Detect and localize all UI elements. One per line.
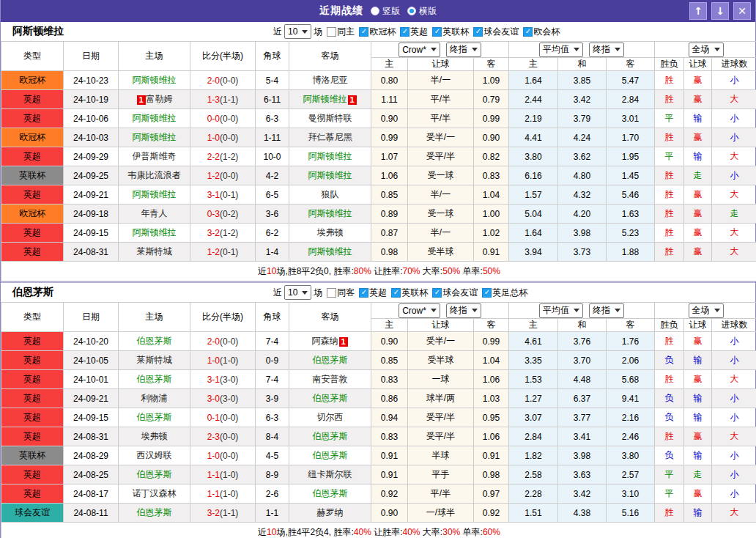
header-score: 比分(半场) — [190, 42, 256, 71]
odds-home: 0.94 — [371, 408, 408, 427]
goals-result-cell: 小 — [712, 408, 756, 427]
away-team-name: 伯恩茅斯 — [313, 355, 348, 365]
final-odds-select[interactable]: 终指 — [589, 43, 624, 57]
match-row: 英超24-09-15伯恩茅斯0-1(0-0)6-3切尔西0.94受平/半0.95… — [1, 408, 756, 427]
corners-cell: 1-11 — [256, 128, 289, 147]
checked-checkbox-icon: ✓ — [432, 288, 442, 298]
odds-handicap: 受平/半 — [408, 408, 474, 427]
select-value: Crow* — [402, 45, 426, 55]
score-cell: 1-0(1-0) — [190, 351, 256, 370]
league-filter-checkbox[interactable]: ✓英足总杯 — [482, 287, 527, 299]
league-filter-checkbox[interactable]: ✓英联杯 — [391, 287, 428, 299]
avg-home: 4.61 — [509, 332, 558, 351]
summary-value: 80% — [354, 266, 371, 276]
corners-cell: 6-3 — [256, 109, 289, 128]
same-venue-checkbox[interactable]: 同主 — [327, 26, 355, 38]
scope-select[interactable]: 全场 — [689, 303, 724, 318]
half-time-score: (0-0) — [220, 336, 238, 347]
caret-down-icon — [714, 48, 720, 51]
vertical-layout-radio[interactable]: 竖版 — [371, 5, 400, 18]
header-average-col: 和 — [558, 58, 607, 71]
unchecked-checkbox-icon — [327, 27, 336, 37]
move-down-button[interactable]: ↓ — [711, 2, 729, 20]
result-cell: 胜 — [655, 128, 684, 147]
final-odds-select[interactable]: 终指 — [446, 43, 481, 57]
score-cell: 1-2(0-0) — [190, 166, 256, 185]
horizontal-layout-radio[interactable]: 横版 — [407, 5, 437, 18]
radio-checked-icon — [407, 7, 416, 15]
league-filter-checkbox[interactable]: ✓球会友谊 — [473, 26, 519, 38]
select-value: 终指 — [450, 304, 467, 317]
final-odds-select[interactable]: 终指 — [589, 303, 624, 318]
header-result-col: 让球 — [684, 319, 712, 332]
odds-home: 0.91 — [371, 465, 408, 484]
home-team-cell: 埃弗顿 — [119, 427, 190, 446]
league-filter-checkbox[interactable]: ✓英超 — [400, 26, 428, 38]
average-select[interactable]: 平均值 — [539, 303, 583, 318]
score-cell: 1-3(1-1) — [190, 90, 256, 109]
full-time-score: 3-1 — [207, 190, 220, 200]
close-button[interactable]: ✕ — [733, 2, 751, 20]
avg-draw: 3.73 — [558, 243, 607, 262]
bookmaker-select[interactable]: Crow* — [399, 303, 440, 318]
full-time-score: 0-0 — [207, 114, 220, 124]
scope-select[interactable]: 全场 — [689, 43, 724, 57]
checkbox-label: 球会友谊 — [442, 287, 478, 299]
avg-home: 1.64 — [509, 224, 558, 243]
bookmaker-select[interactable]: Crow* — [399, 43, 440, 57]
match-row: 英超24-10-20伯恩茅斯2-0(0-0)7-4阿森纳10.90受半/一0.9… — [1, 332, 756, 351]
match-count-select[interactable]: 10 — [284, 24, 311, 39]
away-team-name: 狼队 — [322, 189, 339, 199]
avg-away: 5.46 — [607, 185, 655, 204]
odds-handicap: 受平/半 — [408, 147, 474, 166]
half-time-score: (0-0) — [220, 413, 238, 423]
same-venue-checkbox[interactable]: 同客 — [327, 287, 355, 299]
score-cell: 1-1(1-0) — [190, 465, 256, 484]
result-cell: 负 — [655, 408, 684, 427]
odds-home: 0.85 — [371, 185, 408, 204]
half-time-score: (0-0) — [220, 133, 238, 143]
header-average-col: 客 — [607, 58, 655, 71]
average-select[interactable]: 平均值 — [539, 43, 583, 57]
league-badge: 英超 — [1, 465, 64, 484]
league-filter-checkbox[interactable]: ✓英联杯 — [432, 26, 469, 38]
radio-unchecked-icon — [371, 7, 379, 15]
summary-text: 让胜率: — [371, 266, 403, 276]
avg-home: 2.19 — [509, 109, 558, 128]
handicap-result-cell: 赢 — [684, 243, 712, 262]
checked-checkbox-icon: ✓ — [391, 288, 401, 298]
away-team-cell: 埃弗顿 — [289, 224, 371, 243]
avg-draw: 4.48 — [558, 370, 607, 389]
match-row: 英超24-09-29伊普斯维奇2-2(1-2)10-0阿斯顿维拉1.07受平/半… — [1, 147, 756, 166]
avg-away: 5.68 — [607, 370, 655, 389]
match-count-select[interactable]: 10 — [284, 285, 311, 300]
caret-down-icon — [714, 309, 720, 312]
score-cell: 1-0(0-0) — [190, 446, 256, 465]
header-odds-col: 主 — [371, 58, 408, 71]
caret-down-icon — [615, 48, 620, 51]
away-team-name: 南安普敦 — [313, 374, 348, 384]
header-odds-col: 让球 — [408, 58, 474, 71]
goals-result-cell: 大 — [712, 243, 756, 262]
results-table: 类型日期主场比分(半场)角球客场Crow*终指平均值终指全场主让球客主和客胜负让… — [1, 302, 756, 538]
avg-away: 2.46 — [607, 427, 655, 446]
caret-down-icon — [472, 309, 478, 312]
league-filter-checkbox[interactable]: ✓欧会杯 — [523, 26, 560, 38]
summary-text: 近 — [258, 527, 267, 537]
odds-home: 0.85 — [371, 351, 408, 370]
home-team-cell: 韦康比流浪者 — [119, 166, 190, 185]
avg-draw: 3.76 — [558, 332, 607, 351]
avg-home: 1.51 — [509, 504, 558, 523]
league-filter-checkbox[interactable]: ✓欧冠杯 — [359, 26, 396, 38]
final-odds-select[interactable]: 终指 — [446, 303, 481, 318]
odds-handicap: 平手 — [408, 465, 474, 484]
header-result-col: 胜负 — [655, 319, 684, 332]
match-date: 24-10-23 — [64, 71, 119, 90]
away-team-cell: 拜仁慕尼黑 — [289, 128, 371, 147]
league-filter-checkbox[interactable]: ✓球会友谊 — [432, 287, 478, 299]
goals-result-cell: 小 — [712, 128, 756, 147]
move-up-button[interactable]: ↑ — [689, 2, 707, 20]
league-filter-checkbox[interactable]: ✓英超 — [359, 287, 387, 299]
away-team-cell: 曼彻斯特联 — [289, 109, 371, 128]
result-cell: 胜 — [655, 90, 684, 109]
